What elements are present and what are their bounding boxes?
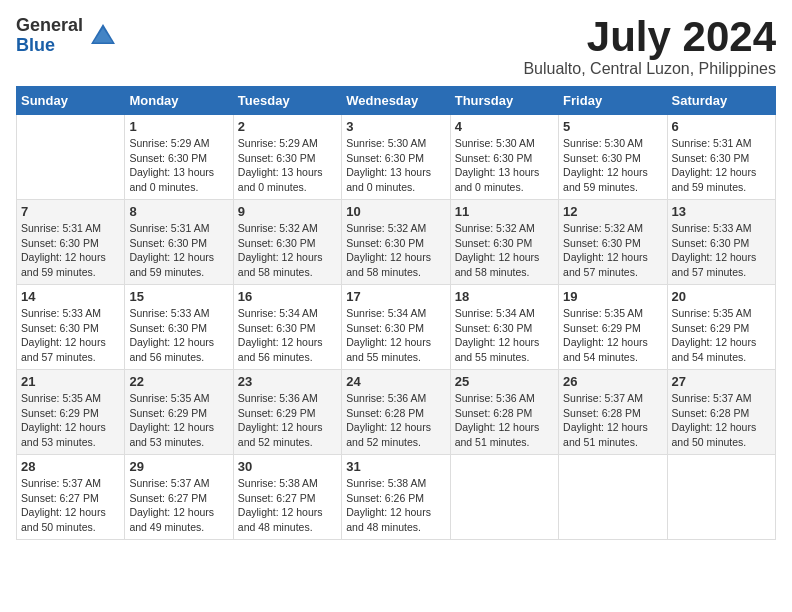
calendar-cell: 13Sunrise: 5:33 AM Sunset: 6:30 PM Dayli… (667, 200, 775, 285)
day-info: Sunrise: 5:34 AM Sunset: 6:30 PM Dayligh… (346, 306, 445, 365)
day-number: 19 (563, 289, 662, 304)
day-info: Sunrise: 5:33 AM Sunset: 6:30 PM Dayligh… (129, 306, 228, 365)
calendar-cell: 19Sunrise: 5:35 AM Sunset: 6:29 PM Dayli… (559, 285, 667, 370)
col-header-monday: Monday (125, 87, 233, 115)
col-header-saturday: Saturday (667, 87, 775, 115)
day-number: 18 (455, 289, 554, 304)
day-number: 12 (563, 204, 662, 219)
svg-marker-1 (93, 28, 112, 42)
calendar-cell: 6Sunrise: 5:31 AM Sunset: 6:30 PM Daylig… (667, 115, 775, 200)
calendar-cell: 3Sunrise: 5:30 AM Sunset: 6:30 PM Daylig… (342, 115, 450, 200)
header-row: SundayMondayTuesdayWednesdayThursdayFrid… (17, 87, 776, 115)
calendar-cell: 10Sunrise: 5:32 AM Sunset: 6:30 PM Dayli… (342, 200, 450, 285)
day-number: 21 (21, 374, 120, 389)
day-number: 26 (563, 374, 662, 389)
calendar-cell: 23Sunrise: 5:36 AM Sunset: 6:29 PM Dayli… (233, 370, 341, 455)
day-number: 7 (21, 204, 120, 219)
day-number: 5 (563, 119, 662, 134)
col-header-thursday: Thursday (450, 87, 558, 115)
logo: General Blue (16, 16, 119, 56)
logo-blue: Blue (16, 36, 83, 56)
day-number: 15 (129, 289, 228, 304)
calendar-cell (559, 455, 667, 540)
location-title: Bulualto, Central Luzon, Philippines (523, 60, 776, 78)
calendar-cell: 1Sunrise: 5:29 AM Sunset: 6:30 PM Daylig… (125, 115, 233, 200)
day-info: Sunrise: 5:35 AM Sunset: 6:29 PM Dayligh… (563, 306, 662, 365)
calendar-cell: 14Sunrise: 5:33 AM Sunset: 6:30 PM Dayli… (17, 285, 125, 370)
day-number: 30 (238, 459, 337, 474)
calendar-cell: 18Sunrise: 5:34 AM Sunset: 6:30 PM Dayli… (450, 285, 558, 370)
day-number: 9 (238, 204, 337, 219)
week-row-4: 21Sunrise: 5:35 AM Sunset: 6:29 PM Dayli… (17, 370, 776, 455)
day-number: 28 (21, 459, 120, 474)
calendar-cell: 31Sunrise: 5:38 AM Sunset: 6:26 PM Dayli… (342, 455, 450, 540)
day-info: Sunrise: 5:38 AM Sunset: 6:27 PM Dayligh… (238, 476, 337, 535)
calendar-cell: 27Sunrise: 5:37 AM Sunset: 6:28 PM Dayli… (667, 370, 775, 455)
day-number: 13 (672, 204, 771, 219)
day-info: Sunrise: 5:31 AM Sunset: 6:30 PM Dayligh… (21, 221, 120, 280)
calendar-cell: 29Sunrise: 5:37 AM Sunset: 6:27 PM Dayli… (125, 455, 233, 540)
day-number: 1 (129, 119, 228, 134)
month-title: July 2024 (523, 16, 776, 58)
calendar-cell: 5Sunrise: 5:30 AM Sunset: 6:30 PM Daylig… (559, 115, 667, 200)
day-info: Sunrise: 5:29 AM Sunset: 6:30 PM Dayligh… (129, 136, 228, 195)
day-info: Sunrise: 5:30 AM Sunset: 6:30 PM Dayligh… (346, 136, 445, 195)
week-row-2: 7Sunrise: 5:31 AM Sunset: 6:30 PM Daylig… (17, 200, 776, 285)
day-number: 17 (346, 289, 445, 304)
day-info: Sunrise: 5:37 AM Sunset: 6:27 PM Dayligh… (21, 476, 120, 535)
day-number: 6 (672, 119, 771, 134)
day-info: Sunrise: 5:32 AM Sunset: 6:30 PM Dayligh… (563, 221, 662, 280)
day-info: Sunrise: 5:33 AM Sunset: 6:30 PM Dayligh… (672, 221, 771, 280)
day-number: 4 (455, 119, 554, 134)
day-info: Sunrise: 5:37 AM Sunset: 6:27 PM Dayligh… (129, 476, 228, 535)
day-number: 16 (238, 289, 337, 304)
day-info: Sunrise: 5:37 AM Sunset: 6:28 PM Dayligh… (672, 391, 771, 450)
day-info: Sunrise: 5:32 AM Sunset: 6:30 PM Dayligh… (238, 221, 337, 280)
day-number: 29 (129, 459, 228, 474)
day-info: Sunrise: 5:33 AM Sunset: 6:30 PM Dayligh… (21, 306, 120, 365)
day-number: 10 (346, 204, 445, 219)
col-header-sunday: Sunday (17, 87, 125, 115)
day-info: Sunrise: 5:31 AM Sunset: 6:30 PM Dayligh… (129, 221, 228, 280)
calendar-cell: 30Sunrise: 5:38 AM Sunset: 6:27 PM Dayli… (233, 455, 341, 540)
day-info: Sunrise: 5:38 AM Sunset: 6:26 PM Dayligh… (346, 476, 445, 535)
day-info: Sunrise: 5:36 AM Sunset: 6:28 PM Dayligh… (455, 391, 554, 450)
calendar-cell: 12Sunrise: 5:32 AM Sunset: 6:30 PM Dayli… (559, 200, 667, 285)
calendar-cell: 20Sunrise: 5:35 AM Sunset: 6:29 PM Dayli… (667, 285, 775, 370)
day-number: 22 (129, 374, 228, 389)
calendar-cell (667, 455, 775, 540)
logo-icon (87, 20, 119, 52)
day-info: Sunrise: 5:32 AM Sunset: 6:30 PM Dayligh… (346, 221, 445, 280)
day-info: Sunrise: 5:30 AM Sunset: 6:30 PM Dayligh… (455, 136, 554, 195)
day-info: Sunrise: 5:35 AM Sunset: 6:29 PM Dayligh… (129, 391, 228, 450)
week-row-3: 14Sunrise: 5:33 AM Sunset: 6:30 PM Dayli… (17, 285, 776, 370)
calendar-cell: 11Sunrise: 5:32 AM Sunset: 6:30 PM Dayli… (450, 200, 558, 285)
calendar-cell: 2Sunrise: 5:29 AM Sunset: 6:30 PM Daylig… (233, 115, 341, 200)
day-number: 31 (346, 459, 445, 474)
calendar-cell: 8Sunrise: 5:31 AM Sunset: 6:30 PM Daylig… (125, 200, 233, 285)
calendar-cell: 15Sunrise: 5:33 AM Sunset: 6:30 PM Dayli… (125, 285, 233, 370)
day-info: Sunrise: 5:34 AM Sunset: 6:30 PM Dayligh… (455, 306, 554, 365)
day-number: 23 (238, 374, 337, 389)
day-number: 2 (238, 119, 337, 134)
day-info: Sunrise: 5:31 AM Sunset: 6:30 PM Dayligh… (672, 136, 771, 195)
day-info: Sunrise: 5:29 AM Sunset: 6:30 PM Dayligh… (238, 136, 337, 195)
calendar-table: SundayMondayTuesdayWednesdayThursdayFrid… (16, 86, 776, 540)
calendar-cell: 21Sunrise: 5:35 AM Sunset: 6:29 PM Dayli… (17, 370, 125, 455)
calendar-cell (450, 455, 558, 540)
calendar-cell: 4Sunrise: 5:30 AM Sunset: 6:30 PM Daylig… (450, 115, 558, 200)
day-number: 20 (672, 289, 771, 304)
day-number: 8 (129, 204, 228, 219)
title-block: July 2024 Bulualto, Central Luzon, Phili… (523, 16, 776, 78)
calendar-cell: 25Sunrise: 5:36 AM Sunset: 6:28 PM Dayli… (450, 370, 558, 455)
week-row-1: 1Sunrise: 5:29 AM Sunset: 6:30 PM Daylig… (17, 115, 776, 200)
day-info: Sunrise: 5:30 AM Sunset: 6:30 PM Dayligh… (563, 136, 662, 195)
day-number: 3 (346, 119, 445, 134)
day-number: 25 (455, 374, 554, 389)
calendar-cell: 16Sunrise: 5:34 AM Sunset: 6:30 PM Dayli… (233, 285, 341, 370)
day-info: Sunrise: 5:34 AM Sunset: 6:30 PM Dayligh… (238, 306, 337, 365)
day-number: 24 (346, 374, 445, 389)
calendar-cell: 9Sunrise: 5:32 AM Sunset: 6:30 PM Daylig… (233, 200, 341, 285)
day-info: Sunrise: 5:32 AM Sunset: 6:30 PM Dayligh… (455, 221, 554, 280)
logo-general: General (16, 16, 83, 36)
